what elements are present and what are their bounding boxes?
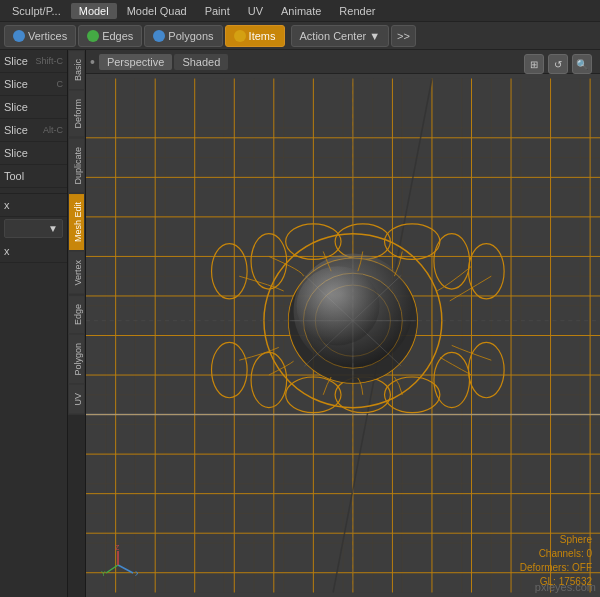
panel-item-slice5[interactable]: Slice (0, 142, 67, 165)
vtab-deform[interactable]: Deform (68, 90, 85, 138)
viewport[interactable]: • Perspective Shaded ⊞ ↺ 🔍 (86, 50, 600, 597)
menu-render[interactable]: Render (331, 3, 383, 19)
vp-zoom-button[interactable]: 🔍 (572, 54, 592, 74)
viewport-svg (86, 74, 600, 597)
panel-item-slice3[interactable]: Slice (0, 96, 67, 119)
svg-line-89 (106, 565, 118, 573)
svg-line-88 (118, 565, 133, 573)
vtab-polygon[interactable]: Polygon (68, 334, 85, 385)
polygons-button[interactable]: Polygons (144, 25, 222, 47)
toolbar: Vertices Edges Polygons Items Action Cen… (0, 22, 600, 50)
vtab-mesh-edit[interactable]: Mesh Edit (68, 193, 85, 251)
action-center-button[interactable]: Action Center ▼ (291, 25, 390, 47)
panel-item-slice1[interactable]: Slice Shift-C (0, 50, 67, 73)
panel-item-x1[interactable]: x (0, 194, 67, 217)
items-button[interactable]: Items (225, 25, 285, 47)
vtab-vertex[interactable]: Vertex (68, 251, 85, 295)
viewport-canvas: Sphere Channels: 0 Deformers: OFF GL: 17… (86, 74, 600, 597)
vertices-icon (13, 30, 25, 42)
svg-text:Z: Z (115, 545, 120, 551)
items-icon (234, 30, 246, 42)
axis-indicator: X Y Z (98, 545, 138, 585)
edges-button[interactable]: Edges (78, 25, 142, 47)
expand-button[interactable]: >> (391, 25, 416, 47)
viewport-header: • Perspective Shaded (86, 50, 600, 74)
svg-text:X: X (135, 570, 138, 577)
menu-model-quad[interactable]: Model Quad (119, 3, 195, 19)
object-name: Sphere (520, 533, 592, 547)
viewport-dot: • (90, 54, 95, 70)
vtab-uv[interactable]: UV (68, 384, 85, 415)
watermark: pxleyes.com (535, 581, 596, 593)
vp-grid-button[interactable]: ⊞ (524, 54, 544, 74)
deformers-info: Deformers: OFF (520, 561, 592, 575)
perspective-label[interactable]: Perspective (99, 54, 172, 70)
panel-item-slice2[interactable]: Slice C (0, 73, 67, 96)
polygons-icon (153, 30, 165, 42)
axis-svg: X Y Z (98, 545, 138, 585)
main-layout: Slice Shift-C Slice C Slice Slice Alt-C … (0, 50, 600, 597)
vertices-button[interactable]: Vertices (4, 25, 76, 47)
vtab-basic[interactable]: Basic (68, 50, 85, 90)
shaded-label[interactable]: Shaded (174, 54, 228, 70)
panel-item-tool[interactable]: Tool (0, 165, 67, 188)
svg-text:Y: Y (101, 570, 106, 577)
left-panel: Slice Shift-C Slice C Slice Slice Alt-C … (0, 50, 68, 597)
menu-paint[interactable]: Paint (197, 3, 238, 19)
vp-rotate-button[interactable]: ↺ (548, 54, 568, 74)
panel-dropdown[interactable]: ▼ (4, 219, 63, 238)
svg-point-87 (297, 266, 380, 345)
menu-model[interactable]: Model (71, 3, 117, 19)
menu-animate[interactable]: Animate (273, 3, 329, 19)
vertical-tabs: Basic Deform Duplicate Mesh Edit Vertex … (68, 50, 86, 597)
vtab-edge[interactable]: Edge (68, 295, 85, 334)
channels-info: Channels: 0 (520, 547, 592, 561)
panel-item-slice4[interactable]: Slice Alt-C (0, 119, 67, 142)
menu-uv[interactable]: UV (240, 3, 271, 19)
viewport-controls: ⊞ ↺ 🔍 (524, 54, 592, 74)
menu-sculpt[interactable]: Sculpt/P... (4, 3, 69, 19)
top-menu-bar: Sculpt/P... Model Model Quad Paint UV An… (0, 0, 600, 22)
panel-item-x2[interactable]: x (0, 240, 67, 263)
edges-icon (87, 30, 99, 42)
vtab-duplicate[interactable]: Duplicate (68, 138, 85, 194)
